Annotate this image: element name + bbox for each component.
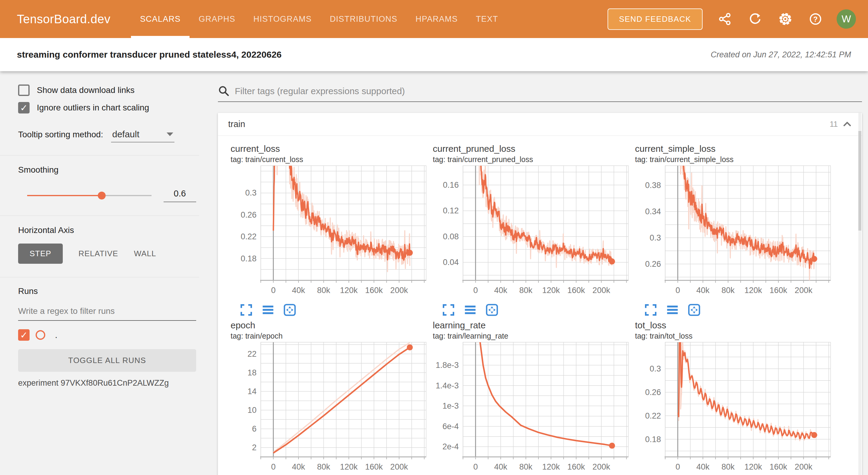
chart-tag: tag: train/tot_loss <box>635 331 837 340</box>
svg-text:2: 2 <box>252 443 256 452</box>
tab-text[interactable]: TEXT <box>467 0 507 38</box>
checkbox-unchecked-icon[interactable] <box>18 85 30 96</box>
svg-text:40k: 40k <box>292 286 305 295</box>
run-color-circle-icon[interactable] <box>36 330 45 340</box>
svg-text:0.38: 0.38 <box>645 181 661 190</box>
tab-scalars[interactable]: SCALARS <box>131 0 189 38</box>
expand-fullscreen-icon[interactable] <box>442 303 455 317</box>
fit-to-data-icon[interactable] <box>485 303 499 317</box>
checkbox-label: Show data download links <box>37 86 134 95</box>
axis-wall-button[interactable]: WALL <box>134 249 156 258</box>
data-table-icon[interactable] <box>464 303 477 317</box>
svg-text:0.3: 0.3 <box>650 233 661 242</box>
horizontal-axis-label: Horizontal Axis <box>18 225 196 235</box>
svg-text:120k: 120k <box>340 462 358 471</box>
run-checkbox-checked-icon[interactable]: ✓ <box>18 329 30 341</box>
svg-text:0: 0 <box>271 286 276 295</box>
slider-fill <box>27 195 102 196</box>
svg-text:0.26: 0.26 <box>645 259 661 268</box>
header-actions: SEND FEEDBACK <box>608 8 856 30</box>
smoothing-slider[interactable] <box>27 192 152 199</box>
filter-tags-input[interactable] <box>235 86 862 96</box>
checkbox-label: Ignore outliers in chart scaling <box>37 103 149 113</box>
tab-graphs[interactable]: GRAPHS <box>189 0 244 38</box>
svg-text:1.8e-3: 1.8e-3 <box>435 360 459 370</box>
fit-to-data-icon[interactable] <box>283 303 297 317</box>
svg-text:80k: 80k <box>722 462 735 471</box>
show-download-links-checkbox[interactable]: Show data download links <box>18 85 196 96</box>
experiment-header: streaming conformer transducer pruned st… <box>0 38 868 71</box>
chart-plot-learning_rate: 2e-46e-41e-31.4e-31.8e-3040k80k120k160k2… <box>433 340 631 475</box>
smoothing-label: Smoothing <box>18 165 196 175</box>
svg-text:1e-3: 1e-3 <box>442 401 459 410</box>
slider-thumb[interactable] <box>98 192 105 199</box>
svg-text:80k: 80k <box>722 286 735 295</box>
svg-text:1.4e-3: 1.4e-3 <box>435 381 459 390</box>
user-avatar[interactable]: W <box>837 9 856 29</box>
svg-text:120k: 120k <box>744 286 762 295</box>
svg-text:80k: 80k <box>519 286 533 295</box>
data-table-icon[interactable] <box>261 303 275 317</box>
tooltip-sorting-dropdown[interactable]: default <box>111 129 175 142</box>
chevron-up-icon[interactable] <box>843 121 852 128</box>
chart-title: learning_rate <box>433 320 635 330</box>
ignore-outliers-checkbox[interactable]: ✓ Ignore outliers in chart scaling <box>18 102 196 114</box>
settings-gear-icon[interactable] <box>777 11 793 27</box>
svg-text:?: ? <box>813 15 818 23</box>
svg-text:200k: 200k <box>592 462 610 471</box>
card-scrollbar[interactable] <box>858 113 861 475</box>
run-name: . <box>55 330 57 340</box>
svg-text:0.18: 0.18 <box>645 435 661 444</box>
nav-tabs: SCALARSGRAPHSHISTOGRAMSDISTRIBUTIONSHPAR… <box>131 0 507 38</box>
runs-regex-input[interactable] <box>18 305 196 321</box>
chart-epoch: epochtag: train/epoch2610141822040k80k12… <box>230 320 433 475</box>
axis-relative-button[interactable]: RELATIVE <box>79 249 118 258</box>
svg-text:40k: 40k <box>696 462 710 471</box>
svg-text:120k: 120k <box>744 462 762 471</box>
svg-text:0.26: 0.26 <box>645 388 661 397</box>
chart-plot-epoch: 2610141822040k80k120k160k200k <box>230 340 429 475</box>
svg-text:80k: 80k <box>317 286 331 295</box>
app-logo: TensorBoard.dev <box>17 12 111 26</box>
send-feedback-button[interactable]: SEND FEEDBACK <box>608 8 703 30</box>
svg-text:0: 0 <box>271 462 276 471</box>
svg-text:120k: 120k <box>340 286 358 295</box>
chart-title: epoch <box>230 320 433 330</box>
svg-text:40k: 40k <box>292 462 305 471</box>
checkbox-checked-icon[interactable]: ✓ <box>18 102 30 114</box>
refresh-icon[interactable] <box>747 11 763 27</box>
data-table-icon[interactable] <box>666 303 679 317</box>
tab-hparams[interactable]: HPARAMS <box>406 0 467 38</box>
axis-step-button[interactable]: STEP <box>18 244 63 264</box>
svg-text:0.34: 0.34 <box>645 207 661 216</box>
tab-histograms[interactable]: HISTOGRAMS <box>245 0 321 38</box>
smoothing-value[interactable]: 0.6 <box>163 189 196 202</box>
scrollbar-thumb[interactable] <box>858 131 861 230</box>
expand-fullscreen-icon[interactable] <box>240 303 253 317</box>
chart-tot_loss: tot_losstag: train/tot_loss0.180.220.260… <box>635 320 837 475</box>
share-icon[interactable] <box>717 11 733 27</box>
app-header: TensorBoard.dev SCALARSGRAPHSHISTOGRAMSD… <box>0 0 868 38</box>
expand-fullscreen-icon[interactable] <box>644 303 657 317</box>
svg-text:0.3: 0.3 <box>650 364 661 373</box>
chart-toolbar <box>240 303 433 317</box>
tooltip-sorting-label: Tooltip sorting method: <box>18 130 103 142</box>
help-icon[interactable]: ? <box>808 11 823 27</box>
svg-text:120k: 120k <box>542 286 560 295</box>
svg-text:80k: 80k <box>519 462 533 471</box>
tag-group-name: train <box>228 119 245 129</box>
svg-text:2e-4: 2e-4 <box>442 442 459 451</box>
chart-current_loss: current_losstag: train/current_loss0.180… <box>230 144 433 317</box>
tag-group-header[interactable]: train 11 <box>218 113 862 136</box>
svg-text:160k: 160k <box>770 462 787 471</box>
tab-distributions[interactable]: DISTRIBUTIONS <box>321 0 406 38</box>
svg-text:0.22: 0.22 <box>645 411 661 420</box>
fit-to-data-icon[interactable] <box>687 303 701 317</box>
svg-text:22: 22 <box>247 349 256 358</box>
chart-toolbar <box>442 303 635 317</box>
svg-text:0.3: 0.3 <box>245 188 256 197</box>
svg-text:0.08: 0.08 <box>443 232 459 241</box>
svg-text:0.16: 0.16 <box>443 181 459 190</box>
svg-text:6: 6 <box>252 424 256 433</box>
toggle-all-runs-button[interactable]: TOGGLE ALL RUNS <box>18 349 196 372</box>
